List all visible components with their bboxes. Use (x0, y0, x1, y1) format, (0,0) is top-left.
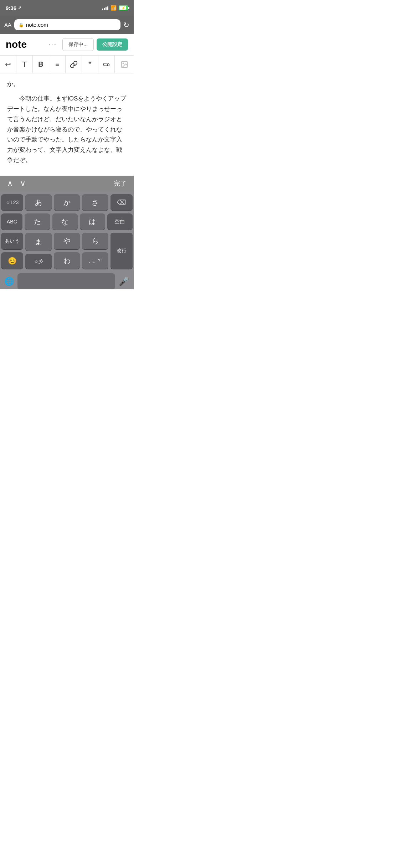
undo-button[interactable]: ↩ (0, 56, 16, 73)
keyboard-bottom-row: 🌐 🎤 (0, 272, 134, 289)
globe-button[interactable]: 🌐 (4, 277, 14, 286)
code-button[interactable]: Co (98, 56, 115, 73)
key-na[interactable]: な (52, 213, 78, 230)
keyboard-rows: ☆123 あ か さ ⌫ ABC た な は 空白 あいう 😊 ま ☆彡 や (0, 194, 134, 269)
toolbar-group-right (116, 56, 134, 73)
key-sa[interactable]: さ (82, 194, 108, 211)
toolbar-group-main: ↩ T B ≡ " Co (0, 56, 115, 73)
editor-paragraph: 今朝の仕事。まずiOSをようやくアップデートした。なんか夜中にやりまっせーって言… (7, 94, 127, 166)
url-text: note.com (26, 22, 48, 28)
key-delete[interactable]: ⌫ (110, 194, 133, 211)
key-punct[interactable]: 、。?! (82, 252, 108, 269)
status-time: 9:36 ↗ (6, 5, 21, 11)
editor-content[interactable]: か。 今朝の仕事。まずiOSをようやくアップデートした。なんか夜中にやりまっせー… (0, 73, 134, 176)
wifi-icon: 📶 (110, 5, 117, 11)
keyboard-row-1: ☆123 あ か さ ⌫ (1, 194, 133, 211)
key-space[interactable]: 空白 (107, 213, 133, 230)
key-aiueo[interactable]: あいう (1, 233, 23, 249)
key-emoji[interactable]: 😊 (1, 252, 23, 269)
key-ta[interactable]: た (25, 213, 50, 230)
image-button[interactable] (116, 56, 133, 73)
status-bar: 9:36 ↗ 📶 ⚡ (0, 0, 134, 16)
location-icon: ↗ (18, 5, 21, 10)
key-ma[interactable]: ま (25, 233, 51, 251)
app-header: note ··· 保存中... 公開設定 (0, 34, 134, 56)
time-display: 9:36 (6, 5, 16, 11)
keyboard-area: ☆123 あ か さ ⌫ ABC た な は 空白 あいう 😊 ま ☆彡 や (0, 191, 134, 289)
done-button[interactable]: 完了 (114, 179, 127, 188)
share-button[interactable] (133, 56, 134, 73)
prev-button[interactable]: ∧ (7, 179, 13, 188)
browser-aa-button[interactable]: AA (4, 22, 11, 28)
svg-point-1 (123, 63, 124, 64)
key-wa[interactable]: わ (54, 252, 80, 269)
reload-button[interactable]: ↻ (123, 21, 129, 29)
status-icons: 📶 ⚡ (102, 5, 128, 11)
key-abc[interactable]: ABC (1, 213, 22, 230)
save-button[interactable]: 保存中... (62, 38, 94, 51)
browser-bar: AA 🔒 note.com ↻ (0, 16, 134, 34)
keyboard-nav: ∧ ∨ (7, 179, 26, 188)
battery-icon: ⚡ (119, 5, 128, 10)
key-ra[interactable]: ら (82, 233, 108, 249)
next-button[interactable]: ∨ (20, 179, 26, 188)
more-button[interactable]: ··· (45, 38, 60, 51)
bold-button[interactable]: B (33, 56, 49, 73)
signal-bars (102, 6, 108, 10)
quote-button[interactable]: " (82, 56, 98, 73)
align-button[interactable]: ≡ (49, 56, 66, 73)
keyboard-row-2: ABC た な は 空白 (1, 213, 133, 230)
spacebar[interactable] (17, 273, 115, 289)
editor-line-1: か。 (7, 79, 127, 89)
editor-toolbar: ↩ T B ≡ " Co (0, 56, 134, 73)
key-star-kana[interactable]: ☆彡 (25, 254, 51, 269)
link-button[interactable] (66, 56, 82, 73)
key-ka[interactable]: か (54, 194, 80, 211)
keyboard-toolbar: ∧ ∨ 完了 (0, 176, 134, 191)
app-logo: note (6, 39, 42, 50)
key-return[interactable]: 改行 (110, 233, 133, 269)
url-bar[interactable]: 🔒 note.com (14, 19, 120, 30)
text-style-button[interactable]: T (16, 56, 33, 73)
mic-button[interactable]: 🎤 (119, 277, 129, 286)
key-ha[interactable]: は (80, 213, 105, 230)
key-ya[interactable]: や (54, 233, 80, 249)
keyboard-row-3: あいう 😊 ま ☆彡 や わ ら 、。?! 改行 (1, 233, 133, 269)
lock-icon: 🔒 (19, 22, 24, 27)
key-a[interactable]: あ (25, 194, 51, 211)
publish-button[interactable]: 公開設定 (97, 38, 128, 51)
key-star123[interactable]: ☆123 (1, 194, 23, 211)
